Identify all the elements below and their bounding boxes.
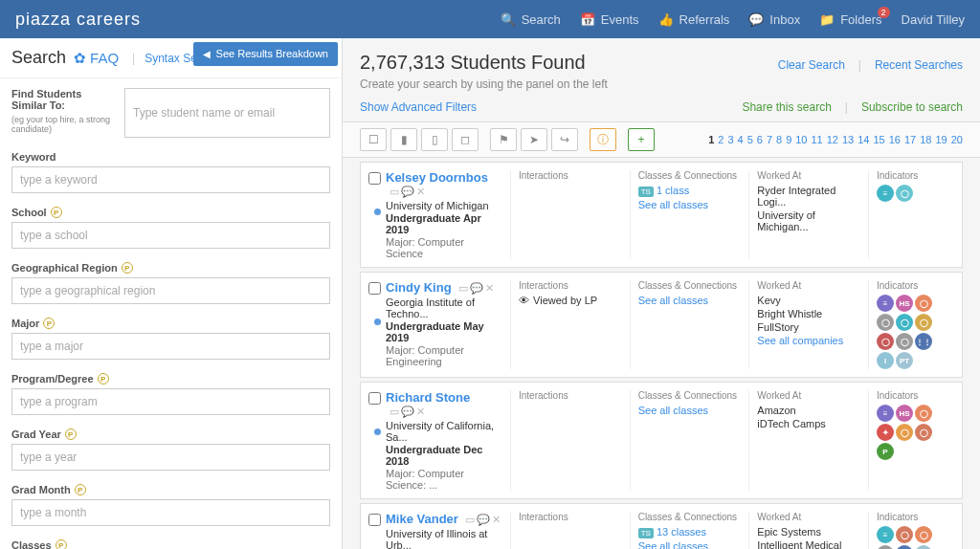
indicator-badge[interactable]: ◯ (896, 333, 913, 350)
page-20[interactable]: 20 (951, 134, 963, 145)
page-18[interactable]: 18 (920, 134, 931, 145)
filter-input-major[interactable] (11, 333, 330, 360)
note-icon[interactable]: ▭ (390, 186, 399, 198)
advanced-filters-link[interactable]: Show Advanced Filters (360, 100, 477, 114)
indicator-badge[interactable]: ◯ (915, 314, 932, 331)
indicator-badge[interactable]: ⋮⋮ (915, 333, 932, 350)
indicator-badge[interactable]: HS (896, 295, 913, 312)
recent-searches-link[interactable]: Recent Searches (875, 58, 963, 72)
row-checkbox[interactable] (368, 282, 381, 295)
indicator-badge[interactable]: ◯ (915, 526, 932, 543)
student-name-link[interactable]: Kelsey Doornbos (386, 170, 488, 185)
chat-icon[interactable]: 💬 (477, 514, 490, 526)
nav-events[interactable]: 📅Events (580, 12, 639, 27)
select-all-checkbox[interactable]: ☐ (360, 128, 387, 151)
bookmark-tool-icon[interactable]: ◻ (452, 128, 479, 151)
filter-input-keyword[interactable] (11, 166, 330, 193)
page-3[interactable]: 3 (727, 134, 733, 145)
chat-icon[interactable]: 💬 (470, 282, 483, 295)
close-icon[interactable]: ✕ (485, 282, 494, 295)
page-15[interactable]: 15 (874, 134, 885, 145)
page-1[interactable]: 1 (708, 134, 714, 145)
user-menu[interactable]: David Tilley (902, 12, 965, 27)
filter-scroll[interactable]: Find Students Similar To: (eg your top h… (0, 78, 342, 549)
class-count-link[interactable]: 1 class (657, 185, 689, 196)
indicator-badge[interactable]: ✦ (877, 424, 894, 441)
filter-input-geographical-region[interactable] (11, 277, 330, 304)
page-10[interactable]: 10 (795, 134, 807, 145)
page-2[interactable]: 2 (718, 134, 724, 145)
indicator-badge[interactable]: ◯ (877, 314, 894, 331)
class-count-link[interactable]: 13 classes (657, 526, 706, 538)
page-19[interactable]: 19 (936, 134, 947, 145)
close-icon[interactable]: ✕ (416, 406, 425, 418)
filter-input-grad-month[interactable] (11, 499, 330, 526)
indicator-badge[interactable]: I (877, 352, 894, 369)
clear-search-link[interactable]: Clear Search (778, 58, 845, 72)
page-11[interactable]: 11 (812, 134, 823, 145)
nav-referrals[interactable]: 👍Referrals (658, 12, 730, 27)
indicator-badge[interactable]: ◯ (915, 295, 932, 312)
close-icon[interactable]: ✕ (492, 514, 501, 526)
page-13[interactable]: 13 (842, 134, 854, 145)
share-search-link[interactable]: Share this search (742, 100, 831, 114)
filter-input-grad-year[interactable] (11, 444, 330, 471)
indicator-badge[interactable]: HS (896, 405, 913, 422)
page-12[interactable]: 12 (827, 134, 838, 145)
subscribe-search-link[interactable]: Subscribe to search (861, 100, 963, 114)
page-8[interactable]: 8 (776, 134, 782, 145)
see-all-classes-link[interactable]: See all classes (638, 295, 742, 306)
see-all-companies-link[interactable]: See all companies (757, 335, 860, 346)
indicator-badge[interactable]: ⋮⋮ (896, 545, 913, 549)
page-5[interactable]: 5 (747, 134, 753, 145)
student-name-link[interactable]: Richard Stone (386, 390, 470, 405)
page-17[interactable]: 17 (904, 134, 916, 145)
note-icon[interactable]: ▭ (390, 406, 399, 418)
indicator-badge[interactable]: ≡ (877, 295, 894, 312)
add-person-tool-icon[interactable]: + (628, 128, 655, 151)
flag-tool-icon[interactable]: ⚑ (490, 128, 517, 151)
row-checkbox[interactable] (368, 514, 381, 526)
chat-icon[interactable]: 💬 (401, 406, 414, 418)
page-16[interactable]: 16 (889, 134, 901, 145)
folder-tool-icon[interactable]: ▮ (390, 128, 417, 151)
share-tool-icon[interactable]: ↪ (551, 128, 578, 151)
indicator-badge[interactable]: ◯ (877, 333, 894, 350)
page-7[interactable]: 7 (767, 134, 772, 145)
indicator-badge[interactable]: PT (896, 352, 913, 369)
note-icon[interactable]: ▭ (465, 514, 475, 526)
indicator-badge[interactable]: ◯ (915, 405, 932, 422)
row-checkbox[interactable] (368, 392, 381, 405)
see-all-classes-link[interactable]: See all classes (638, 405, 742, 416)
nav-folders[interactable]: 📁Folders2 (819, 12, 881, 27)
indicator-badge[interactable]: ≡ (877, 405, 894, 422)
page-14[interactable]: 14 (858, 134, 869, 145)
info-tool-icon[interactable]: ⓘ (590, 128, 616, 151)
indicator-badge[interactable]: ◯ (896, 526, 913, 543)
indicator-badge[interactable]: P (877, 443, 894, 460)
note-icon[interactable]: ▭ (458, 282, 468, 295)
indicator-badge[interactable]: ◯ (915, 424, 932, 441)
nav-inbox[interactable]: 💬Inbox (748, 12, 800, 27)
page-9[interactable]: 9 (786, 134, 791, 145)
chat-icon[interactable]: 💬 (401, 186, 414, 198)
page-6[interactable]: 6 (757, 134, 763, 145)
indicator-badge[interactable]: ◯ (896, 424, 913, 441)
page-4[interactable]: 4 (738, 134, 744, 145)
student-name-link[interactable]: Mike Vander (386, 512, 458, 526)
see-results-breakdown-button[interactable]: See Results Breakdown (193, 42, 338, 66)
indicator-badge[interactable]: ◯ (877, 545, 894, 549)
faq-link[interactable]: ✿ FAQ (74, 50, 119, 67)
indicator-badge[interactable]: PT (915, 545, 932, 549)
indicator-badge[interactable]: ≡ (877, 185, 894, 202)
similar-input[interactable] (124, 88, 330, 138)
indicator-badge[interactable]: ◯ (896, 185, 913, 202)
student-name-link[interactable]: Cindy King (386, 280, 452, 295)
filter-input-school[interactable] (11, 222, 330, 249)
nav-search[interactable]: 🔍Search (501, 12, 561, 27)
document-tool-icon[interactable]: ▯ (421, 128, 448, 151)
indicator-badge[interactable]: ≡ (877, 526, 894, 543)
see-all-classes-link[interactable]: See all classes (638, 540, 742, 549)
row-checkbox[interactable] (368, 172, 381, 185)
indicator-badge[interactable]: ◯ (896, 314, 913, 331)
